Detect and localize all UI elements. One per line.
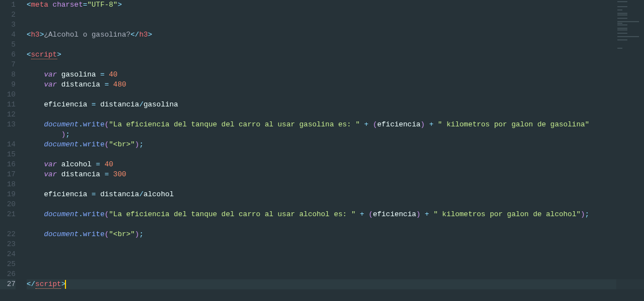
- line-number: 10: [0, 90, 16, 100]
- token-text: [87, 100, 92, 109]
- token-op: /: [139, 100, 144, 109]
- minimap-line: [617, 9, 643, 11]
- token-paren: (: [373, 120, 377, 129]
- token-punct: >: [57, 50, 62, 59]
- token-paren: ): [420, 120, 425, 129]
- minimap-line: [617, 36, 643, 37]
- line-number: 19: [0, 190, 16, 200]
- code-line[interactable]: </script>: [27, 279, 644, 289]
- minimap-line: [617, 41, 643, 42]
- token-var: eficiencia: [373, 210, 416, 218]
- code-line[interactable]: [27, 249, 644, 259]
- code-line[interactable]: );: [27, 130, 644, 140]
- token-var: distancia: [100, 190, 139, 198]
- minimap-line: [617, 21, 643, 22]
- minimap-line: [617, 14, 643, 16]
- line-number: 21: [0, 210, 16, 220]
- minimap[interactable]: [616, 0, 644, 301]
- code-line[interactable]: eficiencia = distancia/gasolina: [27, 100, 644, 110]
- line-number: 14: [0, 140, 16, 150]
- token-tag-sq: script: [36, 280, 62, 289]
- code-line[interactable]: eficiencia = distancia/alcohol: [27, 190, 644, 200]
- code-line[interactable]: [27, 150, 644, 160]
- code-line[interactable]: document.write("La eficiencia del tanque…: [27, 120, 644, 130]
- code-line[interactable]: document.write("La eficiencia del tanque…: [27, 210, 644, 220]
- token-num: 40: [104, 160, 113, 169]
- token-func: write: [83, 120, 104, 129]
- minimap-line: [617, 3, 643, 4]
- code-line[interactable]: var alcohol = 40: [27, 160, 644, 170]
- minimap-line: [617, 11, 643, 12]
- token-keyword: var: [44, 80, 57, 89]
- code-line[interactable]: [27, 239, 644, 249]
- line-number: 22: [0, 229, 16, 239]
- code-line[interactable]: [27, 60, 644, 70]
- token-tag: h3: [139, 30, 148, 39]
- token-punct: </: [27, 280, 36, 288]
- line-number: 18: [0, 180, 16, 190]
- code-line[interactable]: <script>: [27, 50, 644, 60]
- code-line[interactable]: [27, 20, 644, 30]
- code-line[interactable]: [27, 200, 644, 210]
- token-text: [356, 210, 360, 218]
- code-line[interactable]: [27, 269, 644, 279]
- token-var: distancia: [61, 80, 100, 89]
- token-text: [92, 160, 96, 169]
- token-tag-sq: script: [31, 50, 57, 59]
- token-var: distancia: [61, 170, 100, 178]
- minimap-line: [617, 34, 643, 35]
- token-keyword: var: [44, 160, 57, 169]
- line-number: [0, 220, 16, 229]
- code-line[interactable]: [27, 220, 644, 229]
- minimap-line: [617, 23, 643, 24]
- minimap-line: [617, 24, 643, 25]
- code-line[interactable]: [27, 10, 644, 20]
- code-line[interactable]: document.write("<br>");: [27, 229, 644, 239]
- line-number: 15: [0, 150, 16, 160]
- code-line[interactable]: [27, 40, 644, 50]
- minimap-line: [617, 4, 643, 6]
- token-attr: charset: [53, 1, 83, 9]
- token-num: 40: [109, 70, 118, 79]
- minimap-line: [617, 16, 643, 17]
- line-number: 20: [0, 200, 16, 210]
- line-number: 3: [0, 20, 16, 30]
- code-line[interactable]: <meta charset="UTF-8">: [27, 0, 644, 10]
- token-var: alcohol: [61, 160, 92, 169]
- token-keyword: var: [44, 170, 57, 178]
- token-var: distancia: [100, 100, 139, 109]
- token-var: gasolina: [144, 100, 178, 109]
- text-cursor: [65, 280, 66, 289]
- token-keyword: var: [44, 70, 57, 79]
- line-number: 5: [0, 40, 16, 50]
- token-op: =: [96, 160, 100, 169]
- minimap-line: [617, 38, 643, 39]
- code-text-area[interactable]: <meta charset="UTF-8"><h3>¿Alcohol o gas…: [22, 0, 644, 301]
- line-number: 1: [0, 0, 16, 10]
- token-func: write: [83, 210, 104, 218]
- minimap-line: [617, 19, 643, 21]
- token-var: eficiencia: [44, 190, 87, 198]
- code-editor[interactable]: 1234567891011121314151617181920212223242…: [0, 0, 644, 301]
- token-op: +: [360, 210, 364, 218]
- token-string: "La eficiencia del tanque del carro al u…: [109, 120, 359, 129]
- token-text: [96, 70, 100, 79]
- code-line[interactable]: var distancia = 480: [27, 80, 644, 90]
- code-line[interactable]: [27, 259, 644, 269]
- token-text: ¿Alcohol o gasolina?: [44, 30, 130, 39]
- code-line[interactable]: <h3>¿Alcohol o gasolina?</h3>: [27, 30, 644, 40]
- code-line[interactable]: [27, 110, 644, 120]
- code-line[interactable]: [27, 180, 644, 190]
- minimap-line: [617, 39, 643, 40]
- token-string: " kilometros por galon de gasolina": [438, 120, 589, 129]
- token-tag: h3: [31, 30, 40, 39]
- minimap-content: [616, 0, 644, 50]
- token-op: =: [92, 100, 96, 109]
- minimap-line: [617, 18, 643, 19]
- code-line[interactable]: document.write("<br>");: [27, 140, 644, 150]
- line-number: 23: [0, 239, 16, 249]
- minimap-line: [617, 31, 643, 32]
- code-line[interactable]: [27, 90, 644, 100]
- code-line[interactable]: var distancia = 300: [27, 170, 644, 180]
- code-line[interactable]: var gasolina = 40: [27, 70, 644, 80]
